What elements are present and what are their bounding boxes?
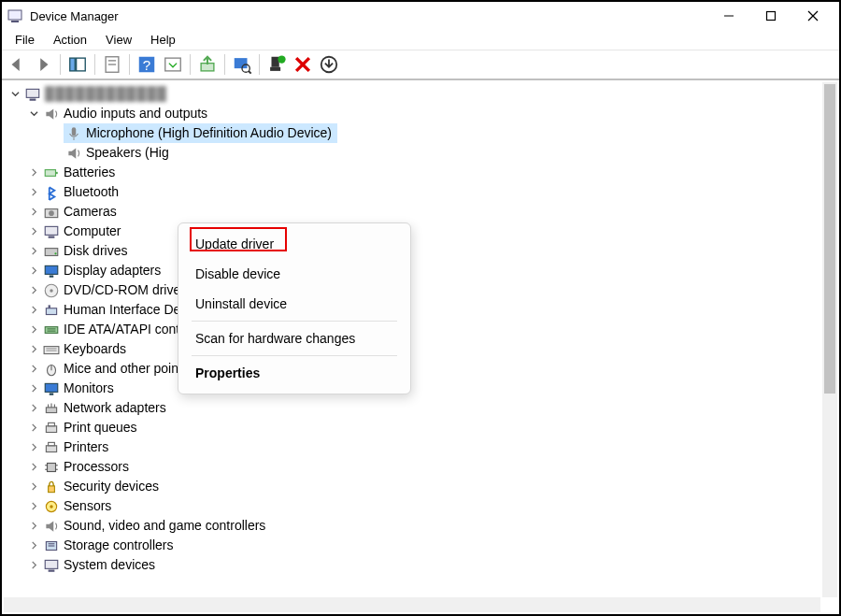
tree-node-hid[interactable]: Human Interface Devices <box>26 300 834 320</box>
printqueues-icon <box>43 420 60 437</box>
maximize-button[interactable] <box>749 2 791 30</box>
device-tree[interactable]: ████████████ Audio inputs and outputs <box>2 80 839 614</box>
context-menu-item[interactable]: Disable device <box>178 259 410 289</box>
tree-node-sound[interactable]: Sound, video and game controllers <box>26 516 834 536</box>
toolbar-enable-device-button[interactable] <box>265 53 288 76</box>
tree-node-batteries[interactable]: Batteries <box>26 163 834 182</box>
toolbar-forward-button[interactable] <box>32 53 54 76</box>
scrollbar-thumb[interactable] <box>824 84 835 394</box>
context-menu-item[interactable]: Uninstall device <box>178 289 410 319</box>
context-menu-item[interactable]: Update driver <box>178 229 410 259</box>
speaker-icon <box>65 145 82 162</box>
diskdrives-icon <box>43 243 60 260</box>
tree-node-printqueues[interactable]: Print queues <box>26 418 834 437</box>
toolbar-scan-hardware-button[interactable] <box>231 53 253 76</box>
collapse-arrow-icon[interactable] <box>26 480 41 494</box>
svg-rect-65 <box>49 485 55 492</box>
menu-file[interactable]: File <box>6 31 44 49</box>
tree-node-storage[interactable]: Storage controllers <box>26 536 834 555</box>
close-button[interactable] <box>791 2 834 30</box>
tree-node-display[interactable]: Display adapters <box>26 261 834 280</box>
minimize-button[interactable] <box>707 2 749 30</box>
svg-rect-36 <box>45 265 58 274</box>
collapse-arrow-icon[interactable] <box>26 421 41 436</box>
tree-node-ide[interactable]: IDE ATA/ATAPI controllers <box>26 320 834 339</box>
menu-view[interactable]: View <box>96 31 141 49</box>
expand-arrow-icon[interactable] <box>26 107 41 122</box>
collapse-arrow-icon[interactable] <box>26 205 41 220</box>
vertical-scrollbar[interactable] <box>822 82 837 597</box>
tree-node-label: Microphone (High Definition Audio Device… <box>86 123 332 143</box>
svg-rect-19 <box>270 67 280 71</box>
collapse-arrow-icon[interactable] <box>26 342 41 357</box>
tree-node-keyboards[interactable]: Keyboards <box>26 339 834 359</box>
toolbar-console-tree-button[interactable] <box>66 53 89 76</box>
tree-node-computer[interactable]: Computer <box>26 222 834 241</box>
sensors-icon <box>43 498 60 515</box>
tree-node-system[interactable]: System devices <box>26 555 834 575</box>
toolbar-separator <box>60 54 61 75</box>
collapse-arrow-icon[interactable] <box>26 401 41 416</box>
collapse-arrow-icon[interactable] <box>26 381 41 396</box>
tree-node-monitors[interactable]: Monitors <box>26 379 834 398</box>
collapse-arrow-icon[interactable] <box>26 499 41 514</box>
batteries-icon <box>43 165 60 181</box>
menu-action[interactable]: Action <box>44 31 96 49</box>
tree-node-network[interactable]: Network adapters <box>26 398 834 418</box>
collapse-arrow-icon[interactable] <box>26 224 41 239</box>
tree-node-sensors[interactable]: Sensors <box>26 496 834 516</box>
collapse-arrow-icon[interactable] <box>26 283 41 298</box>
svg-rect-52 <box>46 407 56 412</box>
collapse-arrow-icon[interactable] <box>26 519 41 534</box>
tree-node-processors[interactable]: Processors <box>26 457 834 477</box>
expand-arrow-icon[interactable] <box>7 87 22 102</box>
collapse-arrow-icon[interactable] <box>26 303 41 318</box>
toolbar-update-driver-button[interactable] <box>196 53 219 76</box>
context-menu-item[interactable]: Scan for hardware changes <box>178 323 410 353</box>
tree-node-audio[interactable]: Audio inputs and outputs <box>26 104 834 123</box>
security-icon <box>43 479 60 495</box>
tree-node-microphone[interactable]: Microphone (High Definition Audio Device… <box>64 123 834 143</box>
collapse-arrow-icon[interactable] <box>26 558 41 573</box>
collapse-arrow-icon[interactable] <box>26 538 41 553</box>
keyboards-icon <box>43 341 60 358</box>
tree-node-label: ████████████ <box>45 84 167 104</box>
svg-rect-58 <box>46 445 56 451</box>
toolbar-install-legacy-button[interactable] <box>318 53 340 76</box>
collapse-arrow-icon[interactable] <box>26 322 41 337</box>
network-icon <box>43 400 60 417</box>
toolbar-properties-button[interactable] <box>101 53 123 76</box>
tree-node-cameras[interactable]: Cameras <box>26 202 834 222</box>
collapse-arrow-icon[interactable] <box>26 362 41 377</box>
tree-node-dvd[interactable]: DVD/CD-ROM drives <box>26 280 834 300</box>
sound-icon <box>43 518 60 535</box>
horizontal-scrollbar[interactable] <box>4 597 820 612</box>
context-menu-item[interactable]: Properties <box>178 358 410 388</box>
menu-help[interactable]: Help <box>141 31 185 49</box>
toolbar-separator <box>224 54 225 75</box>
computer-icon <box>43 223 60 240</box>
tree-node-bluetooth[interactable]: Bluetooth <box>26 182 834 202</box>
toolbar-back-button[interactable] <box>6 53 28 76</box>
collapse-arrow-icon[interactable] <box>26 440 41 455</box>
svg-line-17 <box>249 71 251 74</box>
tree-node-mice[interactable]: Mice and other pointing devices <box>26 359 834 379</box>
collapse-arrow-icon[interactable] <box>26 165 41 180</box>
tree-node-computer-root[interactable]: ████████████ <box>7 84 834 104</box>
collapse-arrow-icon[interactable] <box>26 264 41 279</box>
tree-node-label: Bluetooth <box>64 182 119 202</box>
collapse-arrow-icon[interactable] <box>26 460 41 475</box>
toolbar-uninstall-device-button[interactable] <box>292 53 314 76</box>
collapse-arrow-icon[interactable] <box>26 244 41 259</box>
tree-node-speakers[interactable]: Speakers (Hig <box>64 143 834 163</box>
toolbar-help-button[interactable]: ? <box>135 53 158 76</box>
svg-rect-32 <box>45 226 58 235</box>
collapse-arrow-icon[interactable] <box>26 185 41 200</box>
tree-node-diskdrives[interactable]: Disk drives <box>26 241 834 261</box>
svg-rect-7 <box>77 58 86 71</box>
title-bar: Device Manager <box>2 2 839 30</box>
tree-node-printers[interactable]: Printers <box>26 437 834 457</box>
toolbar-action-list-button[interactable] <box>162 53 184 76</box>
tree-node-security[interactable]: Security devices <box>26 477 834 496</box>
svg-point-35 <box>54 252 56 254</box>
